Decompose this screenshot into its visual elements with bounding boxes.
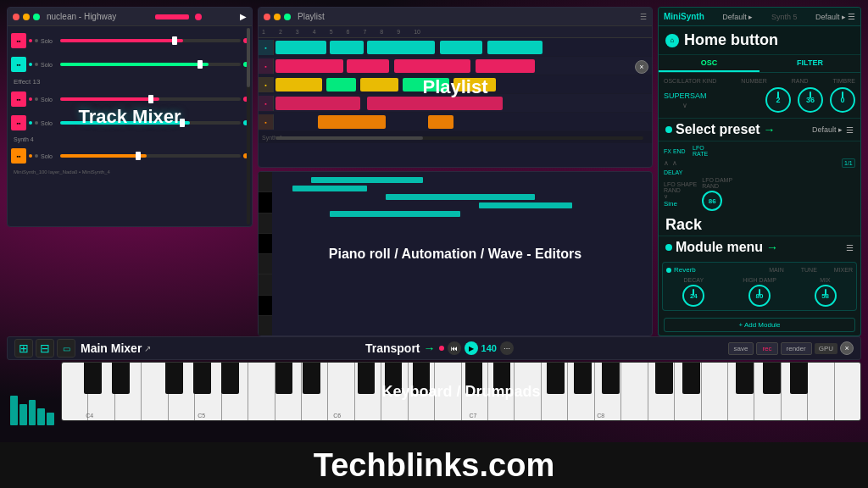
transport-bar: ⊞ ⊟ ▭ Main Mixer ↗ Transport → ⏮ ▶ 140 ⋯ (7, 336, 861, 360)
highdamp-label: HIGH DAMP (743, 277, 776, 283)
menu-icon[interactable]: ☰ (848, 12, 855, 21)
home-button-label: Home button (684, 31, 778, 49)
knob-rand-dial[interactable]: 36 (798, 87, 823, 113)
decay-dial[interactable]: 24 (682, 285, 704, 307)
fx-end-label: FX END (664, 148, 689, 154)
reverb-decay-knob: DECAY 24 (682, 277, 704, 307)
main-label: MAIN (769, 267, 784, 273)
rand2-label: RAND (702, 183, 732, 189)
track-icon-4: ▪▪ (11, 115, 26, 130)
meter-4 (37, 408, 45, 425)
play-btn[interactable]: ▶ (465, 341, 478, 355)
mixer-btn-1[interactable]: ⊞ (14, 339, 33, 358)
white-key[interactable] (568, 363, 594, 420)
playlist-close-btn[interactable]: × (635, 60, 648, 74)
white-key[interactable] (142, 363, 168, 420)
white-key[interactable] (542, 363, 568, 420)
knob-number: 2 (765, 87, 791, 113)
close-btn[interactable]: × (840, 341, 854, 355)
track-fader-5[interactable] (60, 154, 241, 158)
track-fader-3[interactable] (60, 97, 241, 101)
add-module-btn[interactable]: + Add Module (664, 318, 855, 332)
reverb-mix-knob: MIX 58 (815, 277, 837, 307)
rec-btn[interactable]: rec (756, 342, 777, 355)
preset-menu-icon[interactable]: ☰ (846, 125, 854, 135)
rack-label: Rack (665, 216, 702, 233)
table-row: ▪▪ Solo (11, 88, 248, 110)
track-fader-1[interactable] (60, 39, 241, 42)
white-key[interactable] (275, 363, 302, 420)
fx-section: FX END LFO RATE ∧ ∧ 1/11/21/4 DELAY (659, 141, 860, 214)
mix-dial[interactable]: 58 (815, 285, 837, 307)
white-key[interactable] (222, 363, 248, 420)
home-button[interactable]: ⌂ (665, 34, 679, 47)
fx-row-3: DELAY (664, 169, 855, 175)
track-icon-1: ▪▪ (11, 33, 26, 48)
tab-osc[interactable]: OSC (659, 55, 760, 72)
meter-2 (19, 404, 27, 425)
white-key[interactable] (621, 363, 648, 420)
piano-left-controls (7, 362, 58, 425)
white-key[interactable] (115, 363, 142, 420)
delay-select[interactable]: 1/11/21/4 (842, 158, 855, 168)
track-mixer-scrollbar[interactable] (247, 28, 250, 225)
tab-filter[interactable]: FILTER (760, 55, 860, 72)
knob-timbre-dial[interactable]: 0 (830, 87, 855, 113)
synth-tabs: OSC FILTER (659, 55, 860, 73)
bpm-display: 140 (481, 343, 497, 353)
track-fader-2[interactable] (60, 63, 241, 66)
synth-preset[interactable]: Default ▸ (722, 13, 753, 21)
mixer-btn-2[interactable]: ⊟ (36, 339, 54, 358)
default-label: Default ▸ (815, 13, 846, 21)
white-key[interactable] (648, 363, 675, 420)
white-key[interactable] (808, 363, 834, 420)
transport-rec-dot (439, 346, 444, 351)
save-btn[interactable]: save (728, 342, 754, 355)
white-key[interactable] (702, 363, 728, 420)
track-mixer: nuclean - Highway ▶ ▪▪ Solo (7, 7, 253, 227)
main-container: nuclean - Highway ▶ ▪▪ Solo (0, 0, 868, 488)
white-key[interactable] (88, 363, 114, 420)
play-icon[interactable]: ▶ (240, 12, 247, 21)
white-key[interactable] (302, 363, 328, 420)
lfo-rate-label: LFO RATE (693, 145, 718, 157)
white-key[interactable] (835, 363, 860, 420)
render-btn[interactable]: render (781, 342, 812, 355)
lfo-damp-knob[interactable]: 86 (702, 191, 722, 211)
watermark-text: Techblinks.com (314, 447, 554, 484)
white-key[interactable] (62, 363, 88, 420)
track-icon-5: ▪▪ (11, 148, 26, 164)
white-key[interactable] (355, 363, 381, 420)
osc-section: OSCILLATOR KIND NUMBER RAND TIMBRE SUPER… (659, 73, 860, 118)
white-key[interactable] (328, 363, 354, 420)
track-rows: ▪▪ Solo ▪▪ (8, 26, 252, 179)
white-key[interactable] (728, 363, 754, 420)
dot-yellow (23, 14, 30, 20)
track-icon-2: ▪▪ (11, 57, 26, 72)
left-panel: nuclean - Highway ▶ ▪▪ Solo (7, 7, 253, 336)
select-preset-label: Select preset (676, 122, 760, 137)
menu-btn[interactable]: ⋯ (500, 341, 514, 355)
track-icon-3: ▪▪ (11, 92, 26, 107)
white-key[interactable] (782, 363, 808, 420)
knob-number-dial[interactable]: 2 (765, 87, 791, 113)
track-fader-4[interactable] (60, 121, 241, 125)
white-key[interactable] (595, 363, 621, 420)
piano-roll: Piano roll / Automation / Wave - Editors (258, 171, 653, 336)
fx-row-1: FX END LFO RATE (664, 145, 855, 157)
keyboard-area[interactable]: C4 C5 C6 C7 C8 Keyboard / Drumpads (61, 362, 861, 421)
osc-kind-label: SUPERSAM (664, 92, 707, 100)
white-key[interactable] (195, 363, 221, 420)
osc-knob-group: 2 36 0 (765, 87, 855, 113)
white-key[interactable] (754, 363, 781, 420)
playlist-dot-yellow (274, 14, 281, 20)
module-menu-icon[interactable]: ☰ (846, 243, 854, 252)
white-key[interactable] (169, 363, 195, 420)
highdamp-dial[interactable]: 80 (748, 285, 771, 307)
reverb-knobs: DECAY 24 HIGH DAMP 80 MIX 58 (666, 277, 853, 307)
mixer-btn-3[interactable]: ▭ (57, 339, 75, 358)
lfo-damp-label: LFO DAMP (702, 177, 732, 183)
white-key[interactable] (675, 363, 701, 420)
white-key[interactable] (248, 363, 275, 420)
rewind-btn[interactable]: ⏮ (448, 341, 461, 355)
